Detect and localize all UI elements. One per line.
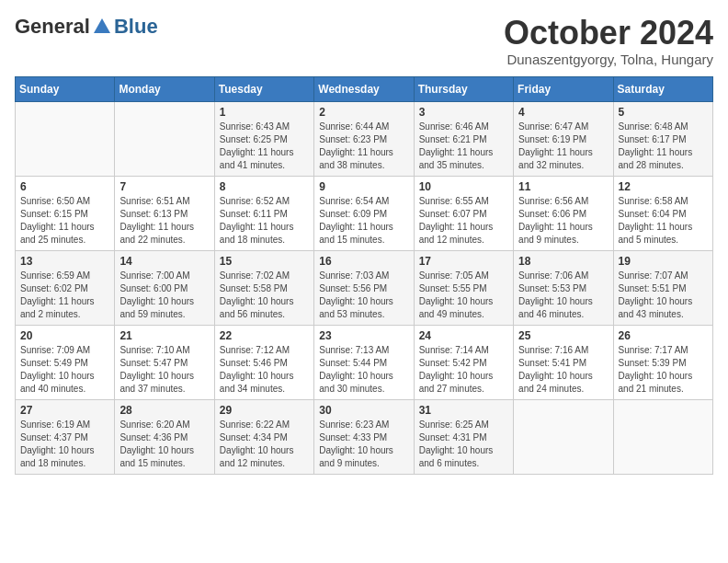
- day-info: Sunrise: 6:43 AMSunset: 6:25 PMDaylight:…: [220, 121, 309, 172]
- day-info: Sunrise: 7:16 AMSunset: 5:41 PMDaylight:…: [518, 344, 608, 396]
- day-number: 3: [419, 106, 508, 119]
- day-info: Sunrise: 6:47 AMSunset: 6:19 PMDaylight:…: [518, 121, 608, 172]
- logo: General Blue: [15, 15, 158, 39]
- calendar-header: SundayMondayTuesdayWednesdayThursdayFrid…: [16, 76, 713, 101]
- calendar-cell: 21Sunrise: 7:10 AMSunset: 5:47 PMDayligh…: [115, 325, 214, 399]
- day-info: Sunrise: 6:48 AMSunset: 6:17 PMDaylight:…: [619, 121, 708, 172]
- calendar-cell: 29Sunrise: 6:22 AMSunset: 4:34 PMDayligh…: [214, 399, 313, 474]
- day-info: Sunrise: 6:54 AMSunset: 6:09 PMDaylight:…: [319, 195, 408, 247]
- day-number: 16: [319, 255, 408, 268]
- day-number: 29: [220, 404, 309, 417]
- day-number: 26: [619, 329, 708, 342]
- weekday-header-row: SundayMondayTuesdayWednesdayThursdayFrid…: [16, 76, 713, 101]
- day-number: 18: [518, 255, 608, 268]
- day-number: 9: [319, 180, 408, 193]
- calendar-table: SundayMondayTuesdayWednesdayThursdayFrid…: [15, 76, 713, 475]
- day-number: 12: [619, 180, 708, 193]
- day-number: 28: [119, 404, 209, 417]
- day-info: Sunrise: 6:44 AMSunset: 6:23 PMDaylight:…: [319, 121, 408, 172]
- logo-blue: Blue: [114, 15, 158, 39]
- calendar-cell: 6Sunrise: 6:50 AMSunset: 6:15 PMDaylight…: [16, 176, 115, 250]
- day-info: Sunrise: 6:19 AMSunset: 4:37 PMDaylight:…: [20, 419, 109, 470]
- calendar-cell: 20Sunrise: 7:09 AMSunset: 5:49 PMDayligh…: [16, 325, 115, 399]
- day-number: 21: [119, 329, 209, 342]
- calendar-week-2: 6Sunrise: 6:50 AMSunset: 6:15 PMDaylight…: [16, 176, 713, 250]
- day-number: 10: [419, 180, 508, 193]
- calendar-week-3: 13Sunrise: 6:59 AMSunset: 6:02 PMDayligh…: [16, 250, 713, 325]
- day-number: 1: [220, 106, 309, 119]
- calendar-cell: [514, 399, 613, 474]
- day-number: 11: [518, 180, 608, 193]
- weekday-header-wednesday: Wednesday: [314, 76, 414, 101]
- day-number: 4: [518, 106, 608, 119]
- day-info: Sunrise: 7:05 AMSunset: 5:55 PMDaylight:…: [419, 270, 508, 321]
- calendar-cell: 19Sunrise: 7:07 AMSunset: 5:51 PMDayligh…: [613, 250, 712, 325]
- logo-text: General Blue: [15, 15, 158, 39]
- day-number: 5: [619, 106, 708, 119]
- calendar-cell: 12Sunrise: 6:58 AMSunset: 6:04 PMDayligh…: [613, 176, 712, 250]
- calendar-cell: 3Sunrise: 6:46 AMSunset: 6:21 PMDaylight…: [414, 101, 513, 176]
- calendar-cell: 27Sunrise: 6:19 AMSunset: 4:37 PMDayligh…: [16, 399, 115, 474]
- day-info: Sunrise: 6:22 AMSunset: 4:34 PMDaylight:…: [220, 419, 309, 470]
- weekday-header-sunday: Sunday: [16, 76, 115, 101]
- calendar-cell: 7Sunrise: 6:51 AMSunset: 6:13 PMDaylight…: [115, 176, 214, 250]
- weekday-header-monday: Monday: [115, 76, 214, 101]
- day-info: Sunrise: 6:20 AMSunset: 4:36 PMDaylight:…: [119, 419, 209, 470]
- calendar-cell: 23Sunrise: 7:13 AMSunset: 5:44 PMDayligh…: [314, 325, 414, 399]
- calendar-cell: 1Sunrise: 6:43 AMSunset: 6:25 PMDaylight…: [214, 101, 313, 176]
- calendar-cell: 15Sunrise: 7:02 AMSunset: 5:58 PMDayligh…: [214, 250, 313, 325]
- day-info: Sunrise: 7:12 AMSunset: 5:46 PMDaylight:…: [220, 344, 309, 396]
- day-number: 19: [619, 255, 708, 268]
- day-info: Sunrise: 6:23 AMSunset: 4:33 PMDaylight:…: [319, 419, 408, 470]
- day-number: 27: [20, 404, 109, 417]
- calendar-cell: 4Sunrise: 6:47 AMSunset: 6:19 PMDaylight…: [514, 101, 613, 176]
- day-info: Sunrise: 7:14 AMSunset: 5:42 PMDaylight:…: [419, 344, 508, 396]
- day-info: Sunrise: 7:17 AMSunset: 5:39 PMDaylight:…: [619, 344, 708, 396]
- calendar-cell: 11Sunrise: 6:56 AMSunset: 6:06 PMDayligh…: [514, 176, 613, 250]
- calendar-week-5: 27Sunrise: 6:19 AMSunset: 4:37 PMDayligh…: [16, 399, 713, 474]
- calendar-cell: 31Sunrise: 6:25 AMSunset: 4:31 PMDayligh…: [414, 399, 513, 474]
- title-section: October 2024 Dunaszentgyorgy, Tolna, Hun…: [504, 15, 713, 67]
- day-info: Sunrise: 6:52 AMSunset: 6:11 PMDaylight:…: [220, 195, 309, 247]
- weekday-header-saturday: Saturday: [613, 76, 712, 101]
- month-title: October 2024: [504, 15, 713, 52]
- calendar-cell: 30Sunrise: 6:23 AMSunset: 4:33 PMDayligh…: [314, 399, 414, 474]
- weekday-header-thursday: Thursday: [414, 76, 513, 101]
- day-info: Sunrise: 7:00 AMSunset: 6:00 PMDaylight:…: [119, 270, 209, 321]
- calendar-cell: [115, 101, 214, 176]
- day-info: Sunrise: 6:46 AMSunset: 6:21 PMDaylight:…: [419, 121, 508, 172]
- day-info: Sunrise: 7:03 AMSunset: 5:56 PMDaylight:…: [319, 270, 408, 321]
- calendar-cell: 14Sunrise: 7:00 AMSunset: 6:00 PMDayligh…: [115, 250, 214, 325]
- calendar-week-4: 20Sunrise: 7:09 AMSunset: 5:49 PMDayligh…: [16, 325, 713, 399]
- calendar-cell: 22Sunrise: 7:12 AMSunset: 5:46 PMDayligh…: [214, 325, 313, 399]
- day-number: 31: [419, 404, 508, 417]
- day-number: 7: [119, 180, 209, 193]
- day-number: 17: [419, 255, 508, 268]
- calendar-cell: 26Sunrise: 7:17 AMSunset: 5:39 PMDayligh…: [613, 325, 712, 399]
- calendar-body: 1Sunrise: 6:43 AMSunset: 6:25 PMDaylight…: [16, 101, 713, 474]
- day-info: Sunrise: 6:58 AMSunset: 6:04 PMDaylight:…: [619, 195, 708, 247]
- day-number: 13: [20, 255, 109, 268]
- day-number: 6: [20, 180, 109, 193]
- day-info: Sunrise: 7:06 AMSunset: 5:53 PMDaylight:…: [518, 270, 608, 321]
- svg-marker-0: [94, 18, 110, 33]
- day-number: 23: [319, 329, 408, 342]
- calendar-cell: 17Sunrise: 7:05 AMSunset: 5:55 PMDayligh…: [414, 250, 513, 325]
- calendar-cell: 28Sunrise: 6:20 AMSunset: 4:36 PMDayligh…: [115, 399, 214, 474]
- day-number: 30: [319, 404, 408, 417]
- day-info: Sunrise: 6:25 AMSunset: 4:31 PMDaylight:…: [419, 419, 508, 470]
- calendar-cell: 10Sunrise: 6:55 AMSunset: 6:07 PMDayligh…: [414, 176, 513, 250]
- calendar-cell: 2Sunrise: 6:44 AMSunset: 6:23 PMDaylight…: [314, 101, 414, 176]
- day-info: Sunrise: 7:10 AMSunset: 5:47 PMDaylight:…: [119, 344, 209, 396]
- day-number: 15: [220, 255, 309, 268]
- logo-general: General: [15, 15, 90, 39]
- day-info: Sunrise: 6:51 AMSunset: 6:13 PMDaylight:…: [119, 195, 209, 247]
- weekday-header-friday: Friday: [514, 76, 613, 101]
- calendar-cell: 5Sunrise: 6:48 AMSunset: 6:17 PMDaylight…: [613, 101, 712, 176]
- calendar-cell: 8Sunrise: 6:52 AMSunset: 6:11 PMDaylight…: [214, 176, 313, 250]
- day-number: 20: [20, 329, 109, 342]
- day-info: Sunrise: 7:09 AMSunset: 5:49 PMDaylight:…: [20, 344, 109, 396]
- day-number: 2: [319, 106, 408, 119]
- day-number: 8: [220, 180, 309, 193]
- day-number: 25: [518, 329, 608, 342]
